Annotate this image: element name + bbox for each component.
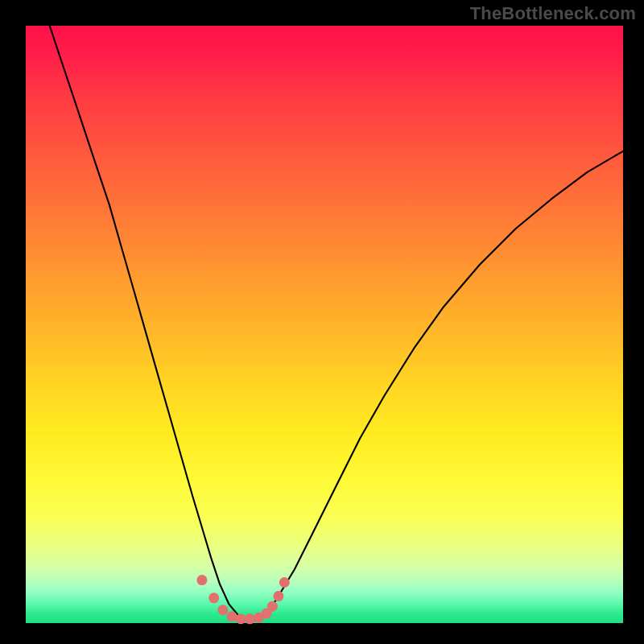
chart-frame: TheBottleneck.com: [0, 0, 644, 644]
curve-marker: [273, 591, 283, 601]
curve-markers: [196, 575, 289, 624]
curve-marker: [217, 605, 228, 615]
curve-marker: [208, 592, 219, 603]
bottleneck-curve-path: [50, 26, 623, 621]
curve-marker: [245, 613, 255, 624]
curve-marker: [227, 611, 237, 621]
chart-svg: [0, 0, 644, 644]
curve-marker: [236, 613, 246, 624]
curve-marker: [267, 601, 278, 612]
curve-marker: [196, 575, 207, 585]
curve-marker: [279, 577, 290, 588]
